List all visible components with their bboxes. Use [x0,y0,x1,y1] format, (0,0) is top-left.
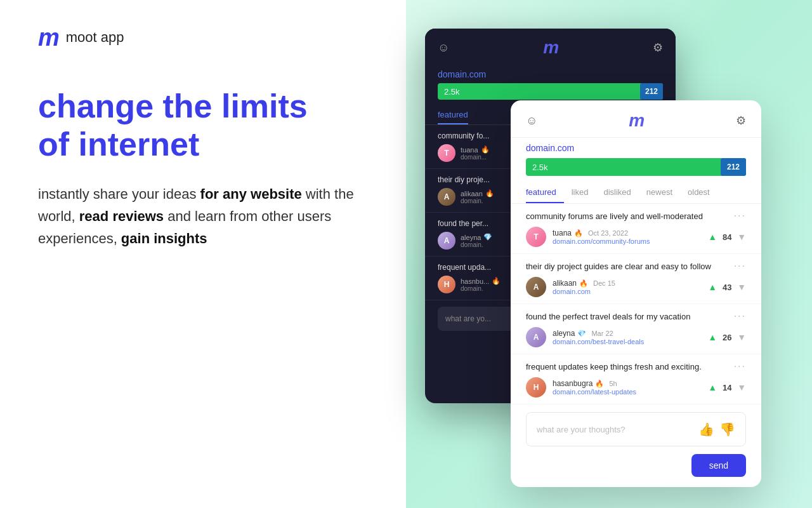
dark-user-info-1: tuana 🔥 domain... [461,145,490,161]
dark-user-info-2: alikaan 🔥 domain. [461,189,494,204]
right-panel: ☺ m ⚙ domain.com 2.5k 212 featured commu… [400,0,812,508]
light-userdate-1: Oct 23, 2022 [588,229,628,237]
emoji-badge-2: 🔥 [579,279,588,288]
light-review-1: community forums are lively and well-mod… [511,204,761,254]
dark-progress-count: 212 [640,83,663,100]
light-tabs: featured liked disliked newest oldest [511,182,761,204]
light-input-area[interactable]: what are your thoughts? 👍 👎 [526,412,746,446]
dark-userlink-2: domain. [461,197,494,204]
more-dots-2[interactable]: ··· [734,260,746,272]
vote-count-2: 43 [719,283,735,292]
mockup-light: ☺ m ⚙ domain.com 2.5k 212 featured liked… [511,100,761,487]
thumb-icons: 👍 👎 [698,422,735,437]
light-review-2: their diy project guides are clear and e… [511,254,761,304]
light-review-meta-4: H hasanbugra 🔥 5h domain.com/latest-upda… [526,377,746,398]
user-icon-dark: ☺ [438,41,449,55]
more-dots-3[interactable]: ··· [734,311,746,322]
light-userlink-1[interactable]: domain.com/community-forums [553,237,702,245]
emoji-badge-1: 🔥 [574,229,583,237]
vote-up-1[interactable]: ▲ [708,232,717,242]
light-userdate-4: 5h [609,380,617,387]
vote-down-4[interactable]: ▼ [737,382,746,392]
tab-featured[interactable]: featured [526,182,564,203]
vote-count-1: 84 [719,232,735,242]
light-progress-bar: 2.5k 212 [526,158,746,176]
logo-icon: m [38,25,60,50]
dark-avatar-hasanbugra: H [438,276,455,293]
user-icon-light: ☺ [526,114,537,128]
hero-title: change the limits of internet [38,88,368,164]
light-user-info-1: tuana 🔥 Oct 23, 2022 domain.com/communit… [553,229,702,245]
light-userdate-2: Dec 15 [593,279,615,287]
dark-username-3: aleyna 💎 [461,233,492,241]
light-logo: m [629,110,645,131]
vote-up-4[interactable]: ▲ [708,382,717,392]
light-review-title-text-1: community forums are lively and well-mod… [526,211,734,221]
light-userlink-3[interactable]: domain.com/best-travel-deals [553,338,702,345]
emoji-badge-3: 💎 [577,330,586,338]
dark-username-4: hasnbu... 🔥 [461,277,501,285]
emoji-badge-4: 🔥 [595,380,604,388]
vote-down-2[interactable]: ▼ [737,282,746,292]
light-review-title-1: community forums are lively and well-mod… [526,210,746,222]
light-username-3: aleyna 💎 Mar 22 [553,329,702,338]
light-review-title-text-3: found the perfect travel deals for my va… [526,312,734,321]
tab-newest[interactable]: newest [646,182,680,203]
left-panel: m moot app change the limits of internet… [0,0,406,508]
dark-username-1: tuana 🔥 [461,145,490,154]
light-avatar-alikaan: A [526,277,546,297]
thumb-up-icon[interactable]: 👍 [698,422,714,437]
vote-down-3[interactable]: ▼ [737,332,746,342]
light-user-info-4: hasanbugra 🔥 5h domain.com/latest-update… [553,379,702,396]
light-domain: domain.com [511,138,761,156]
light-userlink-2[interactable]: domain.com [553,288,702,295]
light-review-title-4: frequent updates keep things fresh and e… [526,361,746,372]
vote-down-1[interactable]: ▼ [737,232,746,242]
dark-logo: m [543,37,559,58]
tab-oldest[interactable]: oldest [688,182,717,203]
dark-tab-featured[interactable]: featured [438,110,468,124]
dark-progress-bar: 2.5k 212 [438,83,663,100]
gear-icon-dark: ⚙ [653,41,663,55]
send-button[interactable]: send [691,454,746,477]
vote-up-2[interactable]: ▲ [708,282,717,292]
light-review-title-text-4: frequent updates keep things fresh and e… [526,362,734,371]
dark-avatar-aleyna: A [438,232,455,250]
more-dots-1[interactable]: ··· [734,210,746,222]
dark-header: ☺ m ⚙ [425,29,676,67]
light-review-3: found the perfect travel deals for my va… [511,304,761,354]
vote-area-1: ▲ 84 ▼ [708,232,746,242]
light-review-title-2: their diy project guides are clear and e… [526,260,746,272]
light-review-meta-3: A aleyna 💎 Mar 22 domain.com/best-travel… [526,327,746,347]
light-avatar-hasanbugra: H [526,377,546,398]
dark-user-info-4: hasnbu... 🔥 domain. [461,277,501,292]
dark-domain: domain.com [425,67,676,83]
vote-area-3: ▲ 26 ▼ [708,332,746,342]
tab-disliked[interactable]: disliked [603,182,638,203]
light-review-meta-2: A alikaan 🔥 Dec 15 domain.com ▲ 43 ▼ [526,277,746,297]
dark-username-2: alikaan 🔥 [461,189,494,197]
more-dots-4[interactable]: ··· [734,361,746,372]
light-input-placeholder: what are your thoughts? [537,425,625,434]
dark-avatar-tuana: T [438,144,455,162]
tab-liked[interactable]: liked [572,182,596,203]
light-review-title-3: found the perfect travel deals for my va… [526,311,746,322]
light-user-info-3: aleyna 💎 Mar 22 domain.com/best-travel-d… [553,329,702,345]
light-header: ☺ m ⚙ [511,100,761,138]
vote-count-3: 26 [719,333,735,342]
hero-description: instantly share your ideas for any websi… [38,183,368,250]
vote-up-3[interactable]: ▲ [708,332,717,342]
logo-area: m moot app [38,25,368,50]
light-username-2: alikaan 🔥 Dec 15 [553,279,702,288]
logo-text: moot app [66,29,124,46]
dark-userlink-1: domain... [461,154,490,161]
dark-userlink-3: domain. [461,241,492,248]
light-review-title-text-2: their diy project guides are clear and e… [526,262,734,271]
light-progress-count: 212 [721,158,746,176]
vote-area-2: ▲ 43 ▼ [708,282,746,292]
thumb-down-icon[interactable]: 👎 [719,422,735,437]
light-userlink-4[interactable]: domain.com/latest-updates [553,388,702,396]
light-username-1: tuana 🔥 Oct 23, 2022 [553,229,702,237]
dark-avatar-alikaan: A [438,188,455,206]
light-username-4: hasanbugra 🔥 5h [553,379,702,388]
